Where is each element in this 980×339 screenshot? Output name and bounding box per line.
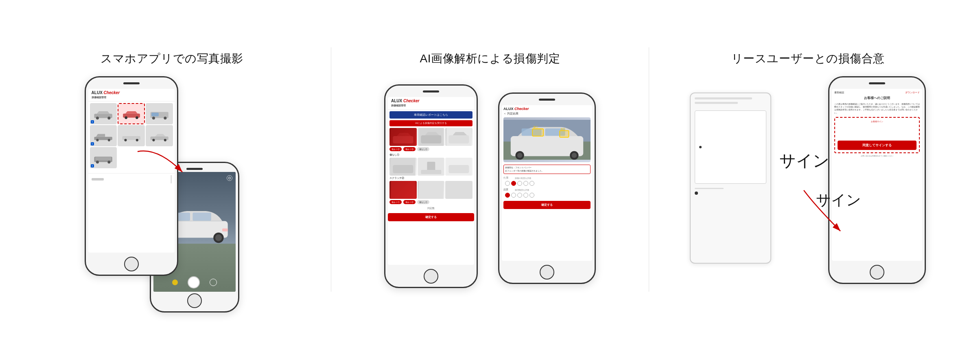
- circle-q4[interactable]: [523, 193, 528, 198]
- car-thumb-truck[interactable]: 0: [90, 125, 117, 146]
- chip-damage-yes2[interactable]: 傷あり③: [403, 147, 416, 151]
- svg-point-21: [96, 161, 99, 163]
- circle-q3[interactable]: [517, 193, 522, 198]
- agreement-body: この度は車両の損傷確認にご協力いただき、誠にありがとうございます。損傷箇所につい…: [834, 103, 920, 114]
- car-thumb-sedan[interactable]: 0: [90, 103, 117, 124]
- ai-img-5: [418, 158, 445, 176]
- ai-right-logo: ALUX Checker: [503, 107, 591, 111]
- svg-rect-26: [192, 213, 211, 221]
- svg-point-2: [108, 117, 111, 119]
- rating-row-2: 品質 修理難度を評価: [503, 187, 591, 192]
- ai-image-grid-1: [388, 128, 474, 146]
- svg-point-54: [517, 153, 522, 158]
- chip-damage-a[interactable]: 傷あり①: [389, 200, 402, 204]
- section2-title: AI画像解析による損傷判定: [420, 51, 560, 66]
- home-button-ai-right[interactable]: [540, 265, 554, 280]
- ai-img-2: [418, 128, 445, 146]
- ai-img-3: [445, 128, 472, 146]
- svg-point-9: [164, 117, 166, 119]
- section-label-1: 傷なし①: [388, 152, 474, 158]
- section1-title: スマホアプリでの写真撮影: [101, 51, 243, 66]
- phone-ai-right: ALUX Checker ＜ 判定結果: [498, 92, 596, 284]
- home-button-camera[interactable]: [187, 293, 202, 308]
- section3-title: リースユーザーとの損傷合意: [731, 51, 885, 66]
- ai-app-header: ALUX Checker 損傷確認管理: [388, 97, 474, 110]
- svg-point-30: [215, 234, 222, 241]
- agr-header-left: 書類確認: [834, 91, 844, 94]
- car-thumb-van[interactable]: [146, 103, 173, 124]
- ai-app-logo: ALUX Checker: [391, 99, 471, 103]
- ai-img-6: [445, 158, 472, 176]
- app-logo-stylized: Checker: [104, 90, 120, 95]
- agr-header-right[interactable]: ダウンロード: [905, 91, 920, 94]
- sign-label-1: サイン: [779, 150, 829, 172]
- app-logo: ALUX Checker: [92, 90, 171, 95]
- ai-img-4: [389, 158, 417, 176]
- badge-0-2: 0: [91, 142, 94, 145]
- ai-img-9: [445, 181, 472, 199]
- badge-0: 0: [91, 120, 94, 123]
- circle-4[interactable]: [523, 181, 528, 186]
- chip-damage-no[interactable]: 傷なし①: [417, 147, 429, 151]
- ai-image-grid-3: [388, 181, 474, 199]
- circle-1[interactable]: [505, 181, 510, 186]
- tablet-sign: [690, 92, 771, 264]
- ai-btn-row-2: 傷あり① 傷あり② 傷なし①: [388, 199, 474, 205]
- damage-desc: 損傷部位：フロントバンパー左フェンダー等の損傷が確認されました。: [503, 165, 591, 174]
- speaker-bar-ai-right: [539, 99, 555, 101]
- app-header: ALUX Checker 損傷確認管理: [88, 89, 175, 101]
- svg-text:傷②: 傷②: [560, 128, 565, 130]
- speaker-bar: [123, 82, 140, 84]
- confirm-btn-left[interactable]: 確定する: [388, 213, 474, 221]
- ai-count-label: 判定数: [427, 207, 435, 209]
- circle-5[interactable]: [529, 181, 534, 186]
- chip-damage-b[interactable]: 傷あり②: [403, 200, 416, 204]
- ai-btn-row-1: 傷あり② 傷あり③ 傷なし①: [388, 146, 474, 152]
- car-thumb-suv[interactable]: 0: [90, 147, 117, 168]
- svg-rect-57: [532, 129, 543, 136]
- agreement-footer: お問い合わせは営業担当までご連絡ください: [834, 155, 920, 157]
- speaker-bar-agreement: [869, 82, 885, 84]
- svg-point-22: [108, 161, 111, 163]
- divider-1: [331, 47, 331, 292]
- chip-damage-c[interactable]: 傷なし①: [417, 200, 429, 204]
- ai-right-nav[interactable]: ＜ 判定結果: [503, 112, 591, 116]
- home-button-agreement[interactable]: [870, 265, 884, 280]
- section-ai-analysis: AI画像解析による損傷判定 ALUX Checker 損傷確認管理 車両確認レポ…: [337, 51, 643, 288]
- circle-q2[interactable]: [511, 193, 516, 198]
- svg-point-4: [125, 117, 127, 119]
- sign-label-2: サイン: [816, 190, 861, 210]
- agreement-confirm-btn[interactable]: 同意してサインする: [838, 141, 917, 150]
- blue-banner[interactable]: 車両確認レポートはこちら: [389, 111, 472, 119]
- app-subtitle: 損傷確認管理: [92, 96, 171, 99]
- home-button-ai-left[interactable]: [424, 269, 438, 284]
- svg-text:傷①: 傷①: [533, 125, 538, 128]
- circle-3[interactable]: [517, 181, 522, 186]
- ai-screen-left: ALUX Checker 損傷確認管理 車両確認レポートはこちら AIによる損傷…: [388, 97, 474, 265]
- chip-damage-yes[interactable]: 傷あり②: [389, 147, 402, 151]
- agreement-title: お客様へのご説明: [834, 96, 920, 100]
- agreement-sign-label: お客様サイン: [838, 120, 917, 123]
- agreement-sign-box: お客様サイン 同意してサインする: [834, 117, 920, 153]
- svg-rect-36: [421, 135, 441, 143]
- svg-rect-47: [419, 181, 443, 199]
- confirm-btn-right[interactable]: 確定する: [503, 201, 591, 209]
- section-label-2: スクラッチ②: [388, 176, 474, 181]
- svg-rect-34: [393, 136, 413, 143]
- phone-ai-left: ALUX Checker 損傷確認管理 車両確認レポートはこちら AIによる損傷…: [384, 84, 478, 288]
- rating-row-1: た項 損傷の程度を評価: [503, 176, 591, 180]
- red-banner[interactable]: AIによる損傷判定を実行する: [389, 120, 472, 126]
- svg-rect-38: [449, 135, 469, 143]
- svg-rect-43: [421, 170, 441, 174]
- circle-q1[interactable]: [505, 193, 510, 198]
- svg-point-11: [96, 139, 99, 141]
- ai-img-8: [418, 181, 445, 199]
- home-button-main[interactable]: [124, 257, 139, 271]
- car-thumb-selected[interactable]: [118, 103, 145, 124]
- svg-rect-59: [560, 131, 569, 137]
- car-photo-annotated: 傷① 傷②: [503, 117, 591, 162]
- circle-2[interactable]: [511, 181, 516, 186]
- divider-2: [649, 47, 649, 292]
- circle-q5[interactable]: [529, 193, 534, 198]
- red-arrow-1: [125, 139, 207, 188]
